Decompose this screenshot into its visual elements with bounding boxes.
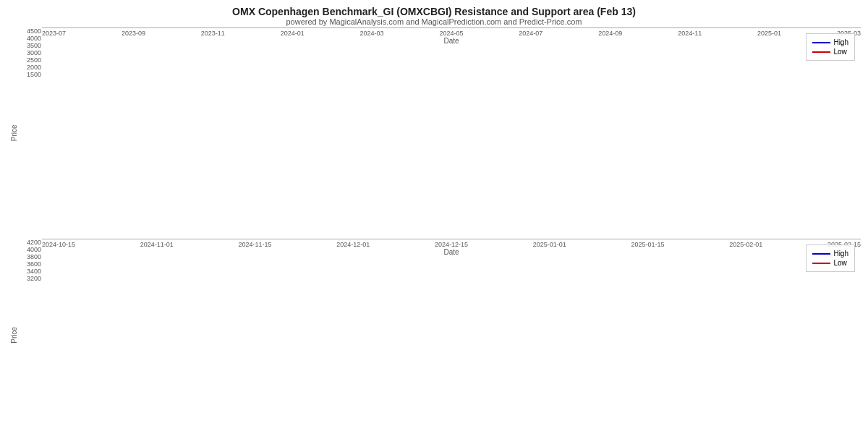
chart2-y-label: Price (7, 239, 20, 431)
y-tick: 3200 (20, 275, 41, 282)
legend-high: High (812, 38, 848, 46)
high-label: High (833, 250, 848, 258)
x-tick: 2023-11 (201, 30, 225, 37)
chart1-x-label: Date (42, 37, 861, 45)
high-line-swatch (812, 42, 830, 43)
x-tick: 2024-12-01 (336, 241, 370, 248)
low-line-swatch (812, 263, 830, 264)
legend-low: Low (812, 259, 848, 267)
low-line-swatch (812, 51, 830, 53)
y-tick: 3400 (20, 268, 41, 275)
chart1-container: Price (7, 27, 861, 239)
chart2-inner: MagicalAnalysis.com MagicalPrediction.c … (42, 239, 861, 239)
main-container: OMX Copenhagen Benchmark_GI (OMXCBGI) Re… (0, 0, 868, 434)
charts-wrapper: Price (7, 27, 861, 431)
legend-high: High (812, 250, 848, 258)
x-tick: 2023-07 (42, 30, 66, 37)
y-tick: 1500 (20, 71, 41, 78)
y-tick: 4000 (20, 246, 41, 253)
x-tick: 2025-01 (757, 30, 781, 37)
chart2-x-ticks: 2024-10-15 2024-11-01 2024-11-15 2024-12… (42, 241, 861, 248)
chart1-x-ticks: 2023-07 2023-09 2023-11 2024-01 2024-03 … (42, 30, 861, 37)
chart2-x-label: Date (42, 248, 861, 256)
x-tick: 2025-01-15 (631, 241, 664, 248)
chart1-y-label: Price (7, 27, 20, 239)
x-tick: 2024-11-15 (238, 241, 271, 248)
x-tick: 2025-01-01 (533, 241, 566, 248)
y-tick: 2500 (20, 56, 41, 64)
y-tick: 3000 (20, 49, 41, 56)
legend-low: Low (812, 48, 848, 56)
x-tick: 2024-11-01 (140, 241, 174, 248)
y-tick: 3500 (20, 42, 41, 49)
y-tick: 3600 (20, 260, 41, 268)
x-tick: 2024-05 (439, 30, 463, 37)
y-tick: 4000 (20, 35, 41, 42)
chart2-container: Price (7, 239, 861, 431)
x-tick: 2024-03 (360, 30, 384, 37)
chart1-inner: MagicalAnalysis.com MagicalPrediction.c … (42, 27, 861, 28)
x-tick: 2024-01 (281, 30, 305, 37)
title-section: OMX Copenhagen Benchmark_GI (OMXCBGI) Re… (7, 6, 861, 26)
x-tick: 2023-09 (122, 30, 145, 37)
x-tick: 2025-02-01 (729, 241, 762, 248)
x-tick: 2024-11 (678, 30, 702, 37)
subtitle: powered by MagicalAnalysis.com and Magic… (7, 17, 861, 26)
main-title: OMX Copenhagen Benchmark_GI (OMXCBGI) Re… (7, 6, 861, 17)
chart2-legend: High Low (806, 244, 855, 272)
y-tick: 3800 (20, 253, 41, 260)
high-label: High (833, 38, 848, 46)
high-line-swatch (812, 253, 830, 255)
x-tick: 2024-07 (519, 30, 542, 37)
x-tick: 2024-12-15 (435, 241, 468, 248)
y-tick: 4500 (20, 27, 41, 35)
y-tick: 2000 (20, 64, 41, 71)
y-tick: 4200 (20, 239, 41, 246)
low-label: Low (833, 48, 846, 56)
chart1-legend: High Low (806, 33, 855, 61)
x-tick: 2024-09 (598, 30, 622, 37)
chart1-area: Price (7, 27, 861, 239)
low-label: Low (833, 259, 846, 267)
x-tick: 2024-10-15 (42, 241, 75, 248)
chart2-area: Price (7, 239, 861, 431)
